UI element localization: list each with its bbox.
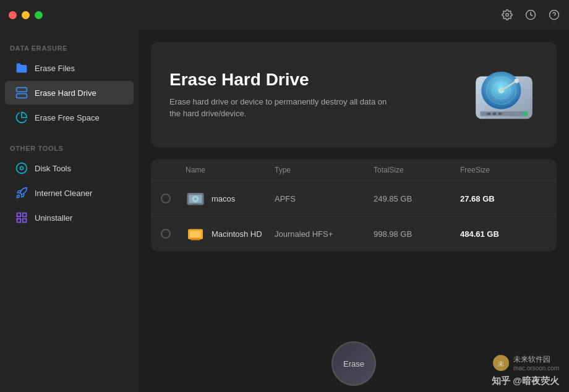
grid-icon [15, 211, 28, 224]
hdd-illustration [470, 59, 538, 130]
watermark-logo-text: 未来软件园 [513, 354, 559, 365]
sidebar: DATA ERASURE Erase Files Erase Hard Driv… [0, 30, 139, 392]
watermark-url-text: mac.orsoon.com [513, 365, 559, 372]
disk-tools-label: Disk Tools [35, 164, 71, 173]
sidebar-section-data-erasure: DATA ERASURE [0, 40, 139, 56]
harddrive-icon [15, 86, 28, 100]
svg-rect-23 [487, 113, 491, 115]
svg-rect-25 [498, 113, 502, 115]
drive-free-size: 484.61 GB [460, 229, 547, 239]
sidebar-item-erase-free-space[interactable]: Erase Free Space [5, 106, 134, 129]
uninstaller-label: Uninstaller [35, 213, 72, 223]
drive-icon-macos [186, 189, 205, 208]
help-icon[interactable] [548, 9, 560, 21]
sidebar-item-erase-files[interactable]: Erase Files [5, 56, 134, 80]
svg-point-26 [523, 111, 528, 116]
row-select-radio[interactable] [161, 194, 171, 203]
folder-icon [15, 61, 28, 75]
watermark-logo-icon: 未 [492, 354, 510, 372]
erase-button-area: Erase [332, 341, 376, 386]
col-header-total: TotalSize [374, 166, 460, 174]
svg-point-0 [506, 14, 509, 17]
erase-files-label: Erase Files [35, 64, 75, 73]
drive-free-size: 27.68 GB [460, 194, 547, 203]
svg-rect-33 [190, 231, 201, 238]
svg-point-21 [515, 79, 519, 83]
watermark-chinese-text: 知乎 @暗夜荧火 [492, 375, 559, 387]
sidebar-item-disk-tools[interactable]: Disk Tools [5, 156, 134, 180]
rocket-icon [15, 186, 28, 200]
svg-point-9 [20, 167, 24, 170]
col-header-select [161, 166, 186, 174]
drive-type: Journaled HFS+ [275, 229, 374, 239]
hero-description: Erase hard drive or device to permanentl… [169, 96, 392, 120]
erase-free-space-label: Erase Free Space [35, 113, 100, 122]
svg-rect-10 [17, 213, 21, 217]
minimize-button[interactable] [22, 11, 30, 19]
col-header-free: FreeSize [460, 166, 547, 174]
history-icon[interactable] [524, 9, 537, 21]
watermark: 未 未来软件园 mac.orsoon.com 知乎 @暗夜荧火 [492, 354, 559, 387]
svg-rect-34 [191, 239, 200, 241]
hero-text: Erase Hard Drive Erase hard drive or dev… [169, 70, 392, 120]
titlebar [0, 0, 569, 30]
hero-card: Erase Hard Drive Erase hard drive or dev… [151, 42, 557, 147]
table-row[interactable]: macos APFS 249.85 GB 27.68 GB [151, 181, 557, 216]
settings-icon[interactable] [501, 9, 513, 21]
svg-rect-24 [493, 113, 497, 115]
drive-name-cell: macos [186, 189, 275, 208]
svg-rect-12 [17, 219, 21, 223]
sidebar-section-other-tools: OTHER TOOLS [0, 140, 139, 156]
erase-button[interactable]: Erase [332, 341, 376, 386]
main-layout: DATA ERASURE Erase Files Erase Hard Driv… [0, 30, 569, 392]
piechart-icon [15, 111, 28, 124]
drive-name-text: Macintosh HD [212, 229, 262, 239]
drive-total-size: 998.98 GB [374, 229, 460, 239]
row-select-radio[interactable] [161, 229, 171, 239]
drive-table: Name Type TotalSize FreeSize [151, 160, 557, 251]
drive-icon-macintosh-hd [186, 224, 205, 244]
sidebar-item-internet-cleaner[interactable]: Internet Cleaner [5, 181, 134, 205]
svg-rect-13 [23, 219, 27, 223]
col-header-name: Name [186, 166, 275, 174]
svg-point-30 [194, 198, 197, 201]
content-area: Erase Hard Drive Erase hard drive or dev… [139, 30, 569, 392]
sidebar-item-erase-hard-drive[interactable]: Erase Hard Drive [5, 81, 134, 104]
svg-rect-5 [17, 94, 27, 98]
sidebar-item-uninstaller[interactable]: Uninstaller [5, 206, 134, 229]
svg-point-8 [17, 163, 27, 174]
svg-rect-4 [17, 88, 27, 92]
internet-cleaner-label: Internet Cleaner [35, 189, 92, 198]
erase-hard-drive-label: Erase Hard Drive [35, 88, 96, 98]
disk-tools-icon [15, 161, 28, 175]
svg-text:未: 未 [498, 360, 504, 367]
titlebar-icons [501, 9, 560, 21]
drive-name-cell: Macintosh HD [186, 224, 275, 244]
table-row[interactable]: Macintosh HD Journaled HFS+ 998.98 GB 48… [151, 216, 557, 251]
drive-name-text: macos [212, 194, 235, 203]
table-header: Name Type TotalSize FreeSize [151, 160, 557, 181]
drive-type: APFS [275, 194, 374, 203]
svg-rect-31 [193, 204, 199, 205]
hero-title: Erase Hard Drive [169, 70, 392, 90]
col-header-type: Type [275, 166, 374, 174]
maximize-button[interactable] [35, 11, 43, 19]
drive-total-size: 249.85 GB [374, 194, 460, 203]
close-button[interactable] [9, 11, 17, 19]
traffic-lights [9, 11, 43, 19]
svg-rect-11 [23, 213, 27, 217]
